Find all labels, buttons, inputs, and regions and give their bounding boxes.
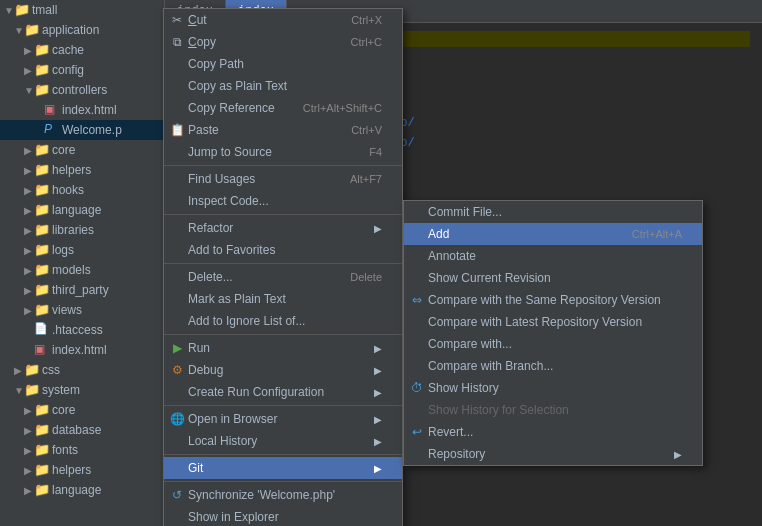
git-compare-branch[interactable]: Compare with Branch... — [404, 355, 702, 377]
tree-label: libraries — [52, 223, 94, 237]
menu-local-history[interactable]: Local History ▶ — [164, 430, 402, 452]
menu-copy[interactable]: ⧉ Copy Ctrl+C — [164, 31, 402, 53]
tree-item-core[interactable]: ▶ 📁 core — [0, 140, 164, 160]
menu-add-favorites[interactable]: Add to Favorites — [164, 239, 402, 261]
tree-item-views[interactable]: ▶ 📁 views — [0, 300, 164, 320]
git-compare-latest[interactable]: Compare with Latest Repository Version — [404, 311, 702, 333]
git-show-history-selection[interactable]: Show History for Selection — [404, 399, 702, 421]
tree-label: core — [52, 403, 75, 417]
separator-3 — [164, 263, 402, 264]
tree-label: hooks — [52, 183, 84, 197]
compare-icon: ⇔ — [409, 293, 425, 307]
tree-item-controllers[interactable]: ▼ 📁 controllers — [0, 80, 164, 100]
tree-item-sys-core[interactable]: ▶ 📁 core — [0, 400, 164, 420]
tree-label: application — [42, 23, 99, 37]
menu-git[interactable]: Git ▶ — [164, 457, 402, 479]
menu-find-usages[interactable]: Find Usages Alt+F7 — [164, 168, 402, 190]
git-repository[interactable]: Repository ▶ — [404, 443, 702, 465]
browser-icon: 🌐 — [169, 412, 185, 426]
git-annotate[interactable]: Annotate — [404, 245, 702, 267]
menu-cut[interactable]: ✂ Cut Ctrl+X — [164, 9, 402, 31]
arrow-icon: ▶ — [374, 414, 382, 425]
menu-inspect-code[interactable]: Inspect Code... — [164, 190, 402, 212]
tree-item-css[interactable]: ▶ 📁 css — [0, 360, 164, 380]
separator-6 — [164, 454, 402, 455]
arrow-icon: ▶ — [374, 463, 382, 474]
tree-item-third-party[interactable]: ▶ 📁 third_party — [0, 280, 164, 300]
menu-mark-plain[interactable]: Mark as Plain Text — [164, 288, 402, 310]
tree-label: Welcome.p — [62, 123, 122, 137]
tree-item-models[interactable]: ▶ 📁 models — [0, 260, 164, 280]
tree-item-index-html[interactable]: ▣ index.html — [0, 100, 164, 120]
menu-copy-path[interactable]: Copy Path — [164, 53, 402, 75]
separator-7 — [164, 481, 402, 482]
tree-item-hooks[interactable]: ▶ 📁 hooks — [0, 180, 164, 200]
arrow-icon: ▶ — [374, 436, 382, 447]
tree-item-index2[interactable]: ▣ index.html — [0, 340, 164, 360]
menu-run[interactable]: ▶ Run ▶ — [164, 337, 402, 359]
tree-label: index.html — [62, 103, 117, 117]
tree-root[interactable]: ▼ 📁 tmall — [0, 0, 164, 20]
tree-label: views — [52, 303, 82, 317]
tree-item-language[interactable]: ▶ 📁 language — [0, 200, 164, 220]
paste-icon: 📋 — [169, 123, 185, 137]
tree-label: controllers — [52, 83, 107, 97]
separator-5 — [164, 405, 402, 406]
tree-label: database — [52, 423, 101, 437]
tree-item-cache[interactable]: ▶ 📁 cache — [0, 40, 164, 60]
tree-label: css — [42, 363, 60, 377]
tree-label: config — [52, 63, 84, 77]
git-show-current[interactable]: Show Current Revision — [404, 267, 702, 289]
menu-run-config[interactable]: Create Run Configuration ▶ — [164, 381, 402, 403]
tree-label: helpers — [52, 163, 91, 177]
tree-root-label: tmall — [32, 3, 57, 17]
revert-icon: ↩ — [409, 425, 425, 439]
tree-item-config[interactable]: ▶ 📁 config — [0, 60, 164, 80]
menu-add-ignore[interactable]: Add to Ignore List of... — [164, 310, 402, 332]
tree-item-sys-fonts[interactable]: ▶ 📁 fonts — [0, 440, 164, 460]
menu-copy-ref[interactable]: Copy Reference Ctrl+Alt+Shift+C — [164, 97, 402, 119]
tree-item-sys-database[interactable]: ▶ 📁 database — [0, 420, 164, 440]
tree-item-welcome-php[interactable]: P Welcome.p — [0, 120, 164, 140]
separator-1 — [164, 165, 402, 166]
tree-item-sys-language[interactable]: ▶ 📁 language — [0, 480, 164, 500]
tree-label: models — [52, 263, 91, 277]
menu-debug[interactable]: ⚙ Debug ▶ — [164, 359, 402, 381]
menu-open-browser[interactable]: 🌐 Open in Browser ▶ — [164, 408, 402, 430]
menu-paste[interactable]: 📋 Paste Ctrl+V — [164, 119, 402, 141]
tree-label: core — [52, 143, 75, 157]
menu-show-explorer[interactable]: Show in Explorer — [164, 506, 402, 526]
git-compare-same[interactable]: ⇔ Compare with the Same Repository Versi… — [404, 289, 702, 311]
tree-label: cache — [52, 43, 84, 57]
arrow-icon: ▶ — [374, 365, 382, 376]
tree-item-htaccess[interactable]: 📄 .htaccess — [0, 320, 164, 340]
tree-item-libraries[interactable]: ▶ 📁 libraries — [0, 220, 164, 240]
copy-icon: ⧉ — [169, 35, 185, 49]
tree-item-sys-helpers[interactable]: ▶ 📁 helpers — [0, 460, 164, 480]
history-icon: ⏱ — [409, 381, 425, 395]
context-menu-main: ✂ Cut Ctrl+X ⧉ Copy Ctrl+C Copy Path Cop… — [163, 8, 403, 526]
git-add[interactable]: Add Ctrl+Alt+A — [404, 223, 702, 245]
git-revert[interactable]: ↩ Revert... — [404, 421, 702, 443]
menu-copy-plain[interactable]: Copy as Plain Text — [164, 75, 402, 97]
menu-synchronize[interactable]: ↺ Synchronize 'Welcome.php' — [164, 484, 402, 506]
tree-item-logs[interactable]: ▶ 📁 logs — [0, 240, 164, 260]
tree-label: logs — [52, 243, 74, 257]
tree-item-application[interactable]: ▼ 📁 application — [0, 20, 164, 40]
arrow-icon: ▶ — [674, 449, 682, 460]
tree-label: third_party — [52, 283, 109, 297]
git-compare-with[interactable]: Compare with... — [404, 333, 702, 355]
tree-item-helpers[interactable]: ▶ 📁 helpers — [0, 160, 164, 180]
git-show-history[interactable]: ⏱ Show History — [404, 377, 702, 399]
menu-refactor[interactable]: Refactor ▶ — [164, 217, 402, 239]
tree-label: language — [52, 483, 101, 497]
tree-item-system[interactable]: ▼ 📁 system — [0, 380, 164, 400]
tree-label: index.html — [52, 343, 107, 357]
scissors-icon: ✂ — [169, 13, 185, 27]
menu-delete[interactable]: Delete... Delete — [164, 266, 402, 288]
arrow-icon: ▶ — [374, 223, 382, 234]
menu-jump-to-source[interactable]: Jump to Source F4 — [164, 141, 402, 163]
git-commit-file[interactable]: Commit File... — [404, 201, 702, 223]
tree-label: .htaccess — [52, 323, 103, 337]
submenu-git: Commit File... Add Ctrl+Alt+A Annotate S… — [403, 200, 703, 466]
